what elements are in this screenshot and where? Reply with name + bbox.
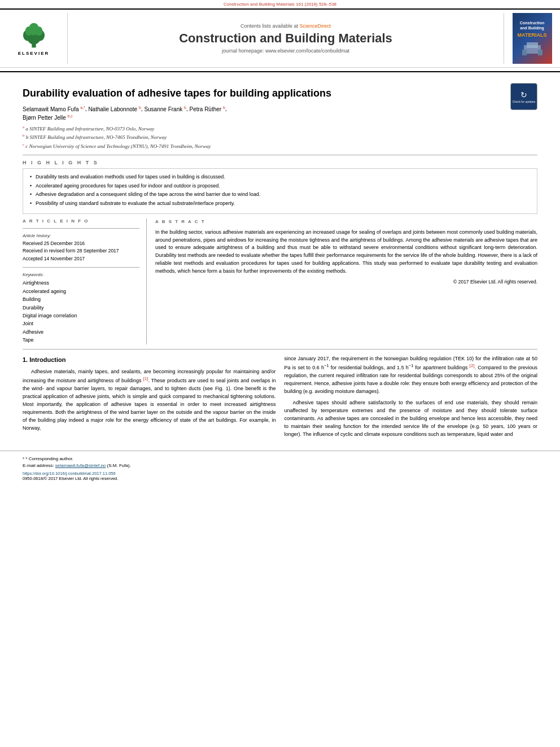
- abstract-title: A B S T R A C T: [155, 219, 537, 225]
- doi-header-bar: Construction and Building Materials 161 …: [0, 0, 560, 10]
- email-note: E-mail address: selamawit.fufa@sintef.no…: [23, 462, 537, 469]
- ref-2: [2]: [470, 363, 475, 368]
- author-fufa: Selamawit Mamo Fufa a,*: [23, 106, 85, 112]
- separator-after-affiliations: [23, 155, 537, 155]
- cover-graphic-icon: [521, 40, 544, 56]
- received-date: Received 25 December 2016 Received in re…: [23, 240, 139, 263]
- check-updates-badge: ↻ Check for updates: [510, 83, 537, 110]
- highlight-item-3: Adhesive degradation and a consequent sl…: [30, 191, 530, 198]
- email-link[interactable]: selamawit.fufa@sintef.no: [55, 463, 106, 468]
- affiliations: a a SINTEF Building and Infrastructure, …: [23, 124, 537, 150]
- keyword-8: Tape: [23, 336, 139, 344]
- keyword-4: Durability: [23, 304, 139, 312]
- journal-top-bar: ELSEVIER Contents lists available at Sci…: [0, 10, 560, 68]
- article-info-title: A R T I C L E I N F O: [23, 219, 139, 224]
- copyright-line: © 2017 Elsevier Ltd. All rights reserved…: [155, 278, 537, 286]
- abstract-text: In the building sector, various adhesive…: [155, 229, 537, 276]
- authors-line: Selamawit Mamo Fufa a,*, Nathalie Labonn…: [23, 104, 537, 122]
- article-info-abstract-section: A R T I C L E I N F O Article history: R…: [23, 219, 537, 344]
- svg-point-6: [35, 27, 42, 36]
- keywords-label: Keywords:: [23, 272, 139, 277]
- author-labonnote: Nathalie Labonnote b: [88, 106, 141, 112]
- highlight-item-1: Durability tests and evaluation methods …: [30, 173, 530, 181]
- journal-homepage: journal homepage: www.elsevier.com/locat…: [222, 48, 349, 54]
- intro-left-col: 1. Introduction Adhesive materials, main…: [23, 355, 276, 442]
- elsevier-label: ELSEVIER: [18, 51, 50, 56]
- cover-box: Constructionand Building MATERIALS: [513, 13, 552, 64]
- affiliation-b: b b SINTEF Building and Infrastructure, …: [23, 133, 537, 141]
- highlights-section-header: H I G H L I G H T S: [23, 160, 537, 165]
- abstract-column: A B S T R A C T In the building sector, …: [155, 219, 537, 344]
- intro-para-1: Adhesive materials, mainly tapes, and se…: [23, 368, 276, 433]
- intro-section-title: 1. Introduction: [23, 355, 276, 365]
- highlight-item-4: Possibility of using standard substrate …: [30, 200, 530, 207]
- doi-footer[interactable]: https://doi.org/10.1016/j.conbuildmat.20…: [23, 471, 537, 476]
- affiliation-a: a a SINTEF Building and Infrastructure, …: [23, 124, 537, 133]
- svg-rect-10: [538, 50, 542, 55]
- elsevier-tree-icon: [17, 21, 51, 49]
- intro-para-right-1: since January 2017, the requirement in t…: [285, 355, 538, 396]
- keyword-1: Airtightness: [23, 279, 139, 287]
- keywords-section: Keywords: Airtightness Accelerated agein…: [23, 272, 139, 344]
- intro-para-right-2: Adhesive tapes should adhere satisfactor…: [285, 399, 538, 439]
- keyword-2: Accelerated ageing: [23, 287, 139, 295]
- intro-right-col: since January 2017, the requirement in t…: [285, 355, 538, 442]
- history-label: Article history:: [23, 233, 139, 238]
- ref-1: [1]: [143, 376, 148, 381]
- separator-after-abstract: [23, 349, 537, 350]
- author-frank: Susanne Frank b: [144, 106, 186, 112]
- article-content: ↻ Check for updates Durability evaluatio…: [0, 75, 560, 448]
- page-footer: * * Corresponding author. E-mail address…: [0, 451, 560, 484]
- page: Construction and Building Materials 161 …: [0, 0, 560, 747]
- author-jelle: Bjørn Petter Jelle b,c: [23, 115, 73, 121]
- sep2: [23, 267, 139, 268]
- issn-footer: 0950-0618/© 2017 Elsevier Ltd. All right…: [23, 476, 537, 481]
- abstract-section: A B S T R A C T In the building sector, …: [155, 219, 537, 286]
- affiliation-c: c c Norwegian University of Science and …: [23, 142, 537, 150]
- check-updates-text: Check for updates: [513, 100, 536, 103]
- sciencedirect-link[interactable]: ScienceDirect: [300, 23, 331, 29]
- highlight-item-2: Accelerated ageing procedures for tapes …: [30, 182, 530, 190]
- sep1: [23, 228, 139, 229]
- elsevier-logo-area: ELSEVIER: [6, 13, 68, 64]
- author-ruther: Petra Rüther b: [189, 106, 225, 112]
- keyword-3: Building: [23, 295, 139, 303]
- article-info-column: A R T I C L E I N F O Article history: R…: [23, 219, 147, 344]
- introduction-section: 1. Introduction Adhesive materials, main…: [23, 355, 537, 442]
- svg-point-5: [25, 27, 32, 36]
- journal-title-area: Contents lists available at ScienceDirec…: [68, 13, 504, 64]
- highlights-box: Durability tests and evaluation methods …: [23, 168, 537, 213]
- keyword-7: Adhesive: [23, 328, 139, 336]
- keyword-6: Joint: [23, 320, 139, 327]
- article-info-box: A R T I C L E I N F O Article history: R…: [23, 219, 147, 344]
- cover-box-materials: MATERIALS: [518, 32, 547, 38]
- journal-header: Construction and Building Materials 161 …: [0, 0, 560, 72]
- cover-box-title: Constructionand Building: [520, 20, 545, 30]
- doi-header-text: Construction and Building Materials 161 …: [224, 2, 336, 7]
- journal-cover-image: Constructionand Building MATERIALS: [504, 13, 554, 64]
- article-title: Durability evaluation of adhesive tapes …: [23, 87, 537, 100]
- keyword-5: Digital image correlation: [23, 312, 139, 320]
- svg-rect-8: [527, 42, 538, 48]
- journal-main-title: Construction and Building Materials: [179, 31, 392, 46]
- contents-list-text: Contents lists available at ScienceDirec…: [240, 23, 331, 29]
- svg-rect-9: [522, 50, 527, 55]
- corresponding-author-note: * * Corresponding author.: [23, 456, 537, 462]
